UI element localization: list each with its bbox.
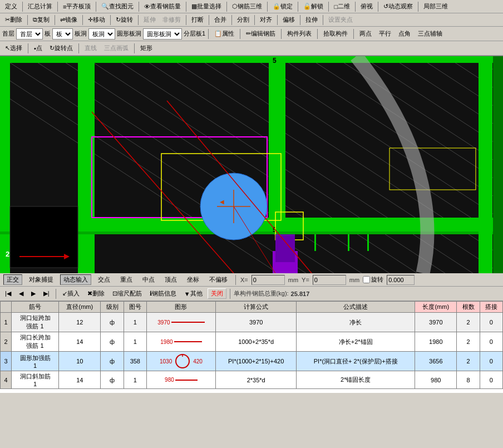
tb-break[interactable]: 打断: [189, 14, 206, 25]
sep-r2-4: [110, 15, 111, 25]
rebar-grade-1: ф: [101, 313, 124, 332]
sep-r4-3: [134, 43, 135, 53]
tb-edit-rebar[interactable]: ✏ 编辑钢筋: [243, 28, 278, 39]
tb-offset[interactable]: 偏移: [280, 14, 298, 25]
snap-center[interactable]: 中点: [139, 274, 158, 285]
tb-local-3d[interactable]: 局部三维: [421, 1, 451, 12]
tb-view-rebar[interactable]: 👁 查看钢筋量: [141, 1, 184, 12]
tb-summary[interactable]: 汇总计算: [25, 1, 55, 12]
sep6: [226, 2, 227, 12]
tb-grip[interactable]: 设置夹点: [326, 14, 356, 25]
canvas-area[interactable]: 5 5 ◀ 2: [0, 56, 503, 273]
shape-line-4: [175, 376, 198, 384]
rotate-input[interactable]: [387, 275, 415, 285]
nav-prev[interactable]: ◀: [16, 289, 26, 298]
snap-midpoint[interactable]: 重点: [117, 274, 136, 285]
tb-close[interactable]: 关闭: [208, 288, 226, 299]
tb-find-element[interactable]: 🔍 查找图元: [98, 1, 136, 12]
rebar-shape-4: 980: [146, 371, 215, 389]
tb-dynamic-view[interactable]: ↺ 动态观察: [381, 1, 416, 12]
rebar-shape-2: 1980: [146, 332, 215, 352]
tb-stretch[interactable]: 拉伸: [303, 14, 320, 25]
table-row[interactable]: 4 洞口斜加筋1 14 ф 1 980 2*35*d 2*锚固长度 980 8: [1, 371, 503, 389]
tb-line-tool[interactable]: 直线: [82, 43, 100, 53]
tb-three-point[interactable]: 三点辅轴: [415, 28, 445, 39]
tb-align[interactable]: 对齐: [257, 14, 275, 25]
tb-delete-rebar[interactable]: ✖ 删除: [85, 288, 107, 299]
sep-r3-4: [317, 29, 318, 39]
tb-pick-component[interactable]: 拾取构件: [320, 28, 351, 39]
tb-select-tool[interactable]: ↖ 选择: [2, 43, 25, 53]
table-row[interactable]: 1 洞口短跨加强筋 1 12 ф 1 3970 3970 净长 3970 2: [1, 313, 503, 332]
snap-intersection[interactable]: 交点: [95, 274, 114, 285]
rebar-diam-2: 14: [59, 332, 101, 352]
sep-r3-3: [281, 29, 282, 39]
toolbar-row4: ↖ 选择 • 点 ↻ 旋转点 直线 三点画弧 矩形: [0, 41, 503, 56]
type-select[interactable]: 圆形板洞: [143, 28, 182, 40]
snap-coord[interactable]: 坐标: [184, 274, 203, 285]
snap-ortho[interactable]: 正交: [3, 274, 22, 285]
tb-point-tool[interactable]: • 点: [31, 43, 45, 53]
floor-select[interactable]: 首层: [16, 28, 43, 40]
rebar-grade-2: ф: [101, 332, 124, 352]
row-num-1: 1: [1, 313, 12, 332]
tb-copy[interactable]: ⧉ 复制: [30, 14, 52, 25]
tb-rotate[interactable]: ↻ 旋转: [113, 14, 136, 25]
tb-split[interactable]: 分割: [234, 14, 252, 25]
rotate-checkbox[interactable]: [363, 276, 370, 283]
tb-scale-rebar[interactable]: ⊡ 缩尺配筋: [110, 288, 145, 299]
rebar-length-3: 3656: [415, 352, 457, 371]
sep-rb-1: [56, 289, 56, 299]
sep7: [267, 2, 268, 12]
nav-prev-prev[interactable]: |◀: [2, 289, 14, 298]
nav-next[interactable]: ▶: [28, 289, 38, 298]
svg-rect-24: [0, 56, 10, 273]
snap-vertex[interactable]: 顶点: [161, 274, 180, 285]
x-input[interactable]: [251, 275, 285, 285]
tb-define[interactable]: 定义: [2, 1, 20, 12]
nav-next-next[interactable]: ▶|: [41, 289, 52, 298]
tb-properties[interactable]: 📋 属性: [211, 28, 237, 39]
tb-arc-tool[interactable]: 三点画弧: [101, 43, 131, 53]
sep-status: [235, 275, 236, 285]
tb-delete[interactable]: ✂ 删除: [2, 14, 25, 25]
tb-unlock[interactable]: 🔓 解锁: [300, 1, 326, 12]
rebar3d-icon: ⬡: [232, 3, 238, 10]
snap-object[interactable]: 对象捕提: [26, 274, 57, 285]
rebar-formula-2: 1000+2*35*d: [215, 332, 296, 352]
sep-r3-5: [353, 29, 354, 39]
tb-2d[interactable]: □ 二维: [331, 1, 353, 12]
tb-move[interactable]: ✛ 移动: [85, 14, 108, 25]
tb-component-list[interactable]: 构件列表: [284, 28, 314, 39]
tb-rebar-info[interactable]: ℹ 钢筋信息: [147, 288, 179, 299]
tb-point-angle[interactable]: 点角: [396, 28, 413, 39]
sub-select[interactable]: 板洞: [88, 28, 115, 40]
tb-other[interactable]: ▼ 其他: [181, 288, 205, 299]
tb-lock[interactable]: 🔒 锁定: [270, 1, 295, 12]
tb-align-top[interactable]: ≡ 平齐板顶: [60, 1, 93, 12]
tb-parallel[interactable]: 平行: [376, 28, 394, 39]
snap-dynamic[interactable]: 动态输入: [60, 274, 91, 285]
table-row[interactable]: 2 洞口长跨加强筋 1 14 ф 1 1980 1000+2*35*d 净长+2…: [1, 332, 503, 352]
tb-mirror[interactable]: ⇌ 镜像: [57, 14, 80, 25]
component-select[interactable]: 板: [52, 28, 73, 40]
table-row[interactable]: 3 圆形加强筋1 10 ф 358 1030 420 PI*(1000+2*15: [1, 352, 503, 371]
select-icon: ↖: [5, 45, 10, 52]
tb-extend[interactable]: 延伸: [141, 14, 159, 25]
scale-icon: ⊡: [112, 290, 117, 297]
row-num-4: 4: [1, 371, 12, 389]
tb-batch-select[interactable]: ▦ 批量选择: [189, 1, 224, 12]
tb-rect-tool[interactable]: 矩形: [137, 43, 155, 53]
snap-nooffset[interactable]: 不偏移: [206, 274, 231, 285]
tb-rebar-3d[interactable]: ⬡ 钢筋三维: [229, 1, 265, 12]
rebar-count-3: 2: [457, 352, 480, 371]
tb-notrim[interactable]: 非修剪: [160, 14, 184, 25]
y-input[interactable]: [313, 275, 346, 285]
tb-rotate-point[interactable]: ↻ 旋转点: [47, 43, 76, 53]
tb-merge[interactable]: 合并: [211, 14, 229, 25]
tb-two-point[interactable]: 两点: [357, 28, 374, 39]
tb-top-view[interactable]: 俯视: [358, 1, 376, 12]
rebar-desc-1: 净长: [297, 313, 415, 332]
tb-insert-rebar[interactable]: ↙ 插入: [60, 288, 82, 299]
lock-icon: 🔒: [273, 3, 280, 10]
